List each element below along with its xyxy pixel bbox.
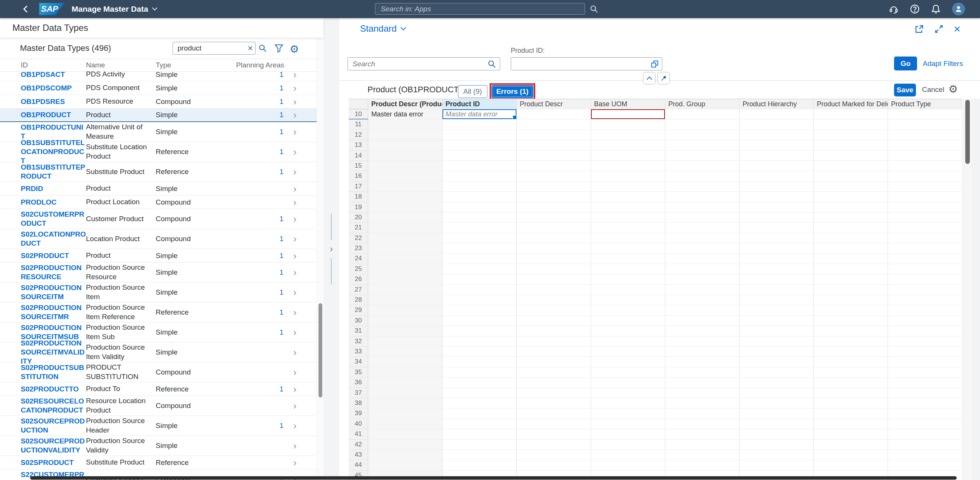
type-id-link[interactable]: OB1SUBSTITUTEPRODUCT [21,163,86,181]
grid-cell[interactable] [665,388,740,398]
grid-cell[interactable] [591,388,665,398]
master-data-type-row[interactable]: PRDIDProductSimple› [0,182,317,195]
grid-cell[interactable] [814,378,888,388]
grid-cell[interactable] [591,140,665,150]
grid-cell[interactable] [442,460,517,470]
spreadsheet-vertical-scrollbar[interactable] [963,99,971,480]
grid-cell[interactable] [740,119,814,130]
grid-cell[interactable] [888,274,962,285]
search-icon[interactable] [488,60,496,68]
grid-cell[interactable] [665,305,740,315]
grid-cell[interactable] [888,337,962,346]
grid-cell[interactable] [591,254,665,264]
grid-cell[interactable] [517,119,591,130]
grid-cell[interactable] [888,408,962,419]
row-number[interactable]: 32 [348,337,368,346]
grid-cell[interactable] [740,408,814,419]
grid-cell[interactable] [368,419,442,429]
row-number[interactable]: 20 [348,213,368,223]
grid-cell[interactable] [814,213,888,223]
grid-cell[interactable] [591,408,665,419]
grid-cell[interactable] [591,264,665,274]
grid-cell[interactable] [368,274,442,285]
grid-cell[interactable]: Master data error [368,109,442,119]
planning-areas-link[interactable]: 1 [265,288,291,297]
row-number[interactable]: 33 [348,346,368,357]
planning-areas-link[interactable]: 1 [265,385,291,393]
grid-cell[interactable] [814,357,888,367]
row-number[interactable]: 12 [348,130,368,140]
row-number[interactable]: 41 [348,429,368,439]
grid-cell[interactable] [665,367,740,378]
grid-cell[interactable] [368,202,442,213]
grid-cell[interactable] [517,450,591,460]
type-id-link[interactable]: OB1SUBSTITUTELOCATIONPRODUCT [21,138,86,165]
grid-cell[interactable] [814,161,888,171]
grid-cell[interactable] [368,130,442,140]
grid-cell[interactable] [591,202,665,213]
grid-cell[interactable] [368,254,442,264]
grid-cell[interactable] [368,192,442,202]
grid-cell[interactable] [368,151,442,161]
grid-cell[interactable] [517,388,591,398]
column-header-prod-group[interactable]: Prod. Group [665,99,740,109]
grid-cell[interactable] [888,233,962,243]
grid-cell[interactable] [591,274,665,285]
grid-cell[interactable] [665,440,740,450]
row-number[interactable]: 13 [348,140,368,150]
master-data-type-row[interactable]: S02SOURCEPRODUCTIONVALIDITYProduction So… [0,436,317,456]
user-avatar[interactable] [952,3,965,16]
row-number[interactable]: 11 [348,119,368,130]
grid-cell[interactable] [888,440,962,450]
master-data-type-row[interactable]: OB1SUBSTITUTELOCATIONPRODUCTSubstitute L… [0,142,317,162]
grid-cell[interactable] [888,243,962,254]
table-settings-gear-icon[interactable]: ⚙ [948,84,958,95]
grid-cell[interactable] [665,254,740,264]
type-id-link[interactable]: S02PRODUCTTO [21,385,86,394]
grid-cell[interactable] [517,429,591,439]
grid-cell[interactable] [814,223,888,233]
row-number[interactable]: 10 [348,109,368,119]
grid-cell[interactable] [740,274,814,285]
table-search-field[interactable] [347,57,500,70]
grid-cell[interactable] [368,408,442,419]
tab-errors[interactable]: Errors (1) [492,85,534,98]
type-id-link[interactable]: S02CUSTOMERPRODUCT [21,210,86,228]
grid-cell[interactable] [814,295,888,305]
left-panel-scrollbar-thumb[interactable] [318,303,322,397]
grid-cell[interactable] [591,295,665,305]
grid-cell[interactable] [517,337,591,346]
grid-cell[interactable] [442,378,517,388]
type-id-link[interactable]: OB1PRODUCT [21,110,86,119]
grid-cell[interactable] [814,192,888,202]
planning-areas-link[interactable]: 1 [265,268,291,277]
grid-cell[interactable] [740,337,814,346]
filter-icon[interactable] [274,44,283,53]
row-number[interactable]: 27 [348,285,368,295]
grid-cell[interactable] [814,460,888,470]
horizontal-scrollbar[interactable] [30,476,957,480]
master-data-type-row[interactable]: OB1SUBSTITUTEPRODUCTSubstitute ProductRe… [0,162,317,182]
grid-cell[interactable] [442,254,517,264]
grid-cell[interactable] [368,243,442,254]
planning-areas-link[interactable]: 1 [265,328,291,337]
grid-cell[interactable] [591,213,665,223]
grid-cell[interactable] [814,388,888,398]
grid-cell[interactable] [740,140,814,150]
grid-cell[interactable] [368,346,442,357]
grid-cell[interactable] [888,140,962,150]
grid-cell[interactable] [517,357,591,367]
type-id-link[interactable]: OB1PDSACT [21,72,86,79]
grid-cell[interactable] [517,326,591,336]
grid-cell[interactable] [442,450,517,460]
type-id-link[interactable]: S02PRODUCT [21,251,86,260]
grid-cell[interactable] [740,316,814,326]
grid-cell[interactable] [665,243,740,254]
type-id-link[interactable]: S02SPRODUCT [21,458,86,467]
grid-cell[interactable] [442,213,517,223]
grid-cell[interactable] [442,274,517,285]
row-number[interactable]: 15 [348,161,368,171]
grid-cell[interactable] [814,429,888,439]
shell-search-icon[interactable] [590,5,598,13]
type-id-link[interactable]: S02PRODUCTIONRESOURCE [21,263,86,281]
